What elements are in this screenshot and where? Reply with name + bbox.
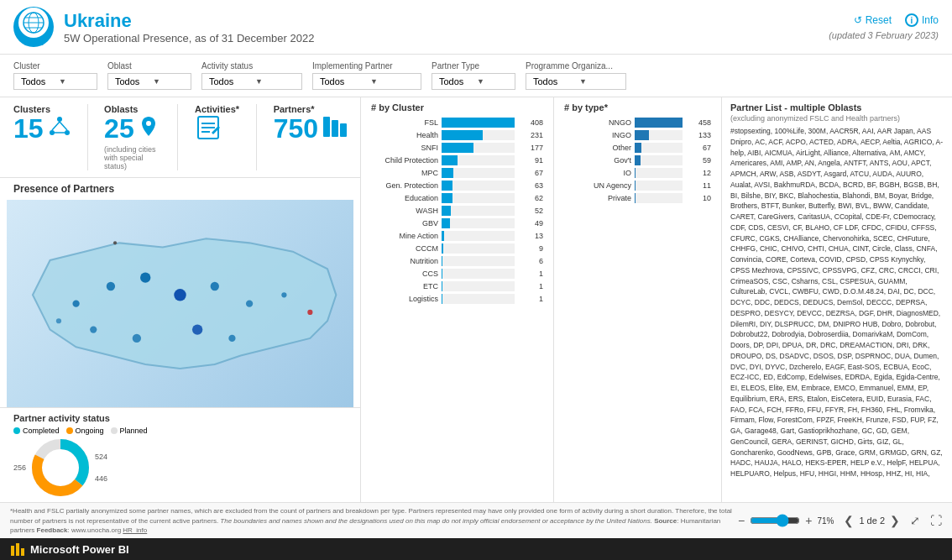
partners-number: 750	[274, 114, 318, 144]
oblast-chevron-icon: ▼	[153, 77, 184, 86]
zoom-in-button[interactable]: +	[805, 514, 812, 527]
cluster-bar-fill	[442, 155, 458, 165]
num-256: 256	[13, 463, 26, 472]
svg-rect-36	[11, 546, 14, 556]
type-bar-value: 10	[686, 194, 711, 202]
cluster-bar-value: 49	[518, 219, 543, 228]
type-bar-track	[635, 193, 683, 203]
partner-select[interactable]: Todos ▼	[312, 73, 421, 90]
num-446: 446	[95, 474, 107, 483]
clusters-number: 15	[13, 114, 44, 144]
oblast-select[interactable]: Todos ▼	[107, 73, 191, 90]
svg-rect-18	[340, 123, 347, 137]
cluster-bar-label: Health	[371, 131, 438, 139]
cluster-bar-label: Gen. Protection	[371, 181, 438, 190]
header-right: ↺ Reset i Info (updated 3 February 2023)	[829, 13, 939, 40]
cluster-bar-row: Mine Action 13	[371, 231, 543, 241]
cluster-bar-row: Nutrition 6	[371, 256, 543, 266]
page-current: 1	[859, 516, 864, 526]
donut-chart-area: 256 524 446	[13, 438, 107, 497]
type-bar-track	[635, 143, 683, 153]
oblast-filter-label: Oblast	[107, 61, 191, 71]
type-bar-value: 12	[686, 169, 711, 177]
info-button[interactable]: i Info	[905, 13, 939, 27]
expand-view-button[interactable]: ⤢	[910, 514, 920, 527]
activity-chevron-icon: ▼	[255, 77, 295, 86]
cluster-bar-value: 6	[518, 257, 543, 265]
cluster-bar-value: 62	[518, 194, 543, 202]
cluster-bar-row: CCCM 9	[371, 243, 543, 254]
cluster-bar-track	[442, 281, 515, 291]
cluster-bar-fill	[442, 143, 473, 153]
page-total: 2	[880, 516, 885, 526]
activity-select[interactable]: Todos ▼	[201, 73, 302, 90]
type-bar-row: Private 10	[564, 193, 711, 203]
svg-point-19	[72, 301, 79, 307]
next-page-button[interactable]: ❯	[890, 514, 900, 527]
clusters-value-row: 15	[13, 114, 71, 144]
cluster-select[interactable]: Todos ▼	[13, 73, 97, 90]
header: OCHA Ukraine 5W Operational Presence, as…	[0, 0, 952, 55]
cluster-bar-track	[442, 168, 515, 178]
cluster-bar-track	[442, 118, 515, 128]
activities-stat: Activities*	[195, 104, 239, 170]
cluster-bar-value: 91	[518, 156, 543, 165]
info-icon: i	[905, 13, 918, 27]
reset-button[interactable]: ↺ Reset	[854, 14, 892, 26]
cluster-bar-row: WASH 52	[371, 206, 543, 216]
cluster-bar-label: Education	[371, 194, 438, 202]
cluster-bar-label: GBV	[371, 219, 438, 228]
footer-note-text: *Health and FSLC partially anonymized so…	[10, 507, 732, 533]
donut-svg-container	[31, 438, 90, 497]
type-bar-row: Gov't 59	[564, 155, 711, 165]
svg-rect-17	[332, 120, 338, 137]
cluster-bar-value: 63	[518, 181, 543, 190]
page-info: 1 de 2	[859, 516, 885, 526]
zoom-slider[interactable]	[750, 514, 800, 527]
presence-label: Presence of Partners	[0, 178, 360, 200]
svg-point-26	[90, 327, 97, 333]
oblasts-stat: Oblasts 25 (including cities with specia…	[104, 104, 160, 170]
partners-stat: Partners* 750	[274, 104, 347, 170]
powerbi-bar: Microsoft Power BI	[0, 538, 952, 560]
footer-note: *Health and FSLC partially anonymized so…	[10, 506, 738, 535]
type-bar-label: UN Agency	[564, 181, 631, 190]
type-bar-label: Gov't	[564, 156, 631, 165]
zoom-out-button[interactable]: −	[738, 514, 745, 527]
svg-point-11	[146, 121, 151, 126]
page-title: Ukraine	[64, 10, 314, 32]
cluster-bar-label: ETC	[371, 282, 438, 290]
donut-left-numbers: 256	[13, 463, 26, 472]
info-label: Info	[922, 14, 939, 26]
content-area: Clusters 15	[0, 97, 952, 502]
cluster-bar-row: Logistics 1	[371, 294, 543, 304]
partners-icon	[323, 117, 347, 142]
cluster-bar-label: Mine Action	[371, 232, 438, 240]
partner-type-filter-label: Partner Type	[432, 61, 515, 71]
type-bar-row: Other 67	[564, 143, 711, 153]
activity-filter-label: Activity status	[201, 61, 302, 71]
partner-list-section: Partner List - multiple Oblasts (excludi…	[722, 97, 952, 502]
header-actions: ↺ Reset i Info	[854, 13, 939, 27]
cluster-bar-label: Child Protection	[371, 156, 438, 165]
activities-value-row	[195, 114, 239, 146]
cluster-chevron-icon: ▼	[59, 77, 90, 86]
programme-select[interactable]: Todos ▼	[526, 73, 626, 90]
svg-point-29	[228, 335, 235, 342]
type-bar-label: IO	[564, 169, 631, 177]
fullscreen-button[interactable]: ⛶	[930, 514, 942, 527]
type-bar-fill	[635, 181, 636, 191]
type-bar-row: NNGO 458	[564, 118, 711, 128]
num-524: 524	[95, 453, 107, 461]
zoom-level: 71%	[817, 516, 834, 526]
page-separator: de	[867, 516, 880, 526]
partners-value-row: 750	[274, 114, 347, 144]
footer: *Health and FSLC partially anonymized so…	[0, 502, 952, 538]
partner-filter-label: Implementing Partner	[312, 61, 421, 71]
activities-label: Activities*	[195, 104, 239, 114]
svg-point-25	[281, 292, 286, 297]
prev-page-button[interactable]: ❮	[844, 514, 854, 527]
type-bar-track	[635, 181, 683, 191]
partner-type-select[interactable]: Todos ▼	[432, 73, 515, 90]
oblast-filter: Oblast Todos ▼	[107, 61, 191, 90]
